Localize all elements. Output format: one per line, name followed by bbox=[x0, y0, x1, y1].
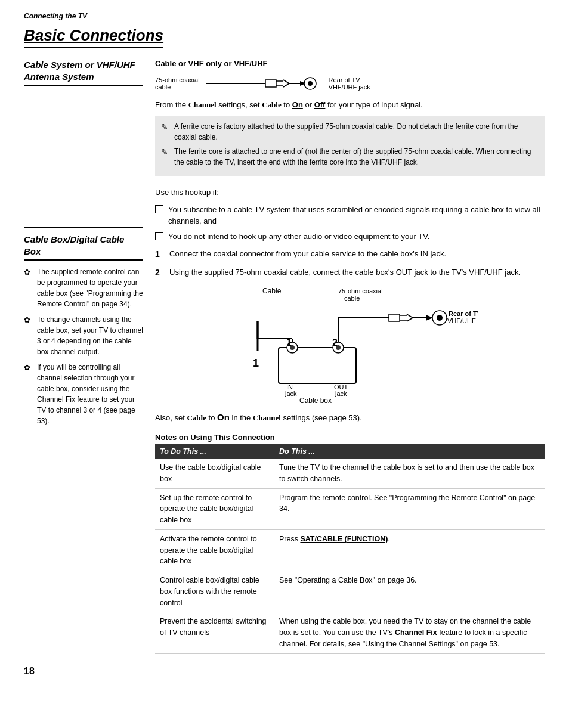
table-cell-col2: Program the remote control. See "Program… bbox=[274, 488, 545, 529]
svg-text:2: 2 bbox=[332, 337, 338, 348]
diagram1-label1: 75-ohm coaxial bbox=[155, 76, 200, 83]
also-set-text: Also, set Cable to On in the Channel set… bbox=[155, 410, 545, 425]
step-num-2: 2 bbox=[155, 267, 163, 279]
notes-table: To Do This ... Do This ... Use the cable… bbox=[155, 444, 545, 654]
section-divider bbox=[24, 227, 143, 228]
svg-text:jack: jack bbox=[335, 390, 347, 397]
table-cell-col1: Set up the remote control to operate the… bbox=[155, 488, 274, 529]
table-cell-col1: Activate the remote control to operate t… bbox=[155, 529, 274, 571]
table-cell-col1: Prevent the accidental switching of TV c… bbox=[155, 612, 274, 653]
note-text-1: A ferrite core is factory attached to th… bbox=[174, 121, 539, 142]
svg-point-37 bbox=[437, 315, 443, 321]
table-cell-col1: Use the cable box/digital cable box bbox=[155, 459, 274, 488]
cable-system-heading: Cable System or VHF/UHF Antenna System bbox=[24, 59, 143, 86]
page-title: Basic Connections bbox=[24, 26, 163, 48]
bullet-icon-1: ✿ bbox=[24, 267, 33, 278]
bullet-text-1: The supplied remote control can be progr… bbox=[37, 267, 143, 309]
hookup-item-2: You do not intend to hook up any other a… bbox=[168, 231, 429, 243]
notes-heading: Notes on Using This Connection bbox=[155, 433, 545, 442]
svg-text:jack: jack bbox=[284, 390, 297, 397]
bullet-text-3: If you will be controlling all channel s… bbox=[37, 362, 143, 426]
cable-main-text: From the Channel settings, set Cable to … bbox=[155, 99, 545, 111]
table-row: Set up the remote control to operate the… bbox=[155, 488, 545, 529]
table-cell-col2: Press SAT/CABLE (FUNCTION). bbox=[274, 529, 545, 571]
svg-text:VHF/UHF jack: VHF/UHF jack bbox=[447, 317, 478, 324]
svg-point-9 bbox=[308, 81, 313, 86]
svg-marker-35 bbox=[426, 315, 433, 321]
cable-box-heading: Cable Box/Digital Cable Box bbox=[24, 234, 143, 261]
page-number: 18 bbox=[24, 666, 545, 677]
svg-rect-1 bbox=[265, 80, 276, 87]
svg-line-4 bbox=[283, 80, 289, 83]
diagram1-rear-label: Rear of TV bbox=[329, 76, 370, 83]
table-row: Control cable box/digital cable box func… bbox=[155, 571, 545, 612]
diagram-2: Cable 75-ohm coaxial cable 1 bbox=[155, 285, 545, 404]
bullet-icon-2: ✿ bbox=[24, 314, 33, 326]
note-text-2: The ferrite core is attached to one end … bbox=[174, 146, 539, 168]
svg-text:Cable box: Cable box bbox=[299, 396, 332, 404]
svg-text:cable: cable bbox=[344, 295, 360, 302]
note-icon-1: ✎ bbox=[161, 121, 171, 134]
checkbox-2 bbox=[155, 232, 163, 240]
note-box: ✎ A ferrite core is factory attached to … bbox=[155, 116, 545, 176]
table-row: Activate the remote control to operate t… bbox=[155, 529, 545, 571]
svg-rect-29 bbox=[389, 314, 400, 321]
step-list: 1 Connect the coaxial connector from you… bbox=[155, 248, 545, 279]
diagram1-label2: cable bbox=[155, 83, 171, 91]
cable-box-bullets: ✿ The supplied remote control can be pro… bbox=[24, 267, 143, 426]
note-icon-2: ✎ bbox=[161, 146, 171, 159]
checkbox-1 bbox=[155, 205, 163, 213]
bullet-text-2: To change channels using the cable box, … bbox=[37, 314, 143, 357]
breadcrumb: Connecting the TV bbox=[24, 12, 545, 20]
table-cell-col2: When using the cable box, you need the T… bbox=[274, 612, 545, 653]
hookup-intro: Use this hookup if: bbox=[155, 187, 545, 199]
hookup-item-1: You subscribe to a cable TV system that … bbox=[168, 204, 545, 227]
diagram1-jack-label: VHF/UHF jack bbox=[329, 83, 370, 91]
svg-text:Cable: Cable bbox=[262, 287, 282, 295]
cable-box-diagram-svg: Cable 75-ohm coaxial cable 1 bbox=[222, 285, 478, 404]
table-row: Use the cable box/digital cable boxTune … bbox=[155, 459, 545, 488]
svg-line-33 bbox=[407, 318, 413, 321]
table-cell-col2: Tune the TV to the channel the cable box… bbox=[274, 459, 545, 488]
step-text-2: Using the supplied 75-ohm coaxial cable,… bbox=[169, 267, 521, 279]
table-row: Prevent the accidental switching of TV c… bbox=[155, 612, 545, 653]
hookup-list: You subscribe to a cable TV system that … bbox=[155, 204, 545, 243]
bullet-icon-3: ✿ bbox=[24, 362, 33, 374]
step-text-1: Connect the coaxial connector from your … bbox=[169, 248, 446, 261]
svg-text:75-ohm coaxial: 75-ohm coaxial bbox=[338, 287, 383, 295]
step-num-1: 1 bbox=[155, 248, 163, 261]
diagram-1: 75-ohm coaxial cable Re bbox=[155, 72, 545, 95]
svg-line-32 bbox=[407, 314, 413, 318]
table-col1-header: To Do This ... bbox=[155, 444, 274, 459]
cable-diagram-svg bbox=[206, 72, 325, 95]
table-cell-col2: See "Operating a Cable Box" on page 36. bbox=[274, 571, 545, 612]
svg-text:1: 1 bbox=[253, 357, 259, 369]
svg-line-5 bbox=[283, 83, 289, 87]
table-cell-col1: Control cable box/digital cable box func… bbox=[155, 571, 274, 612]
diagram-heading: Cable or VHF only or VHF/UHF bbox=[155, 59, 545, 68]
table-col2-header: Do This ... bbox=[274, 444, 545, 459]
svg-text:Rear of TV: Rear of TV bbox=[449, 310, 478, 317]
